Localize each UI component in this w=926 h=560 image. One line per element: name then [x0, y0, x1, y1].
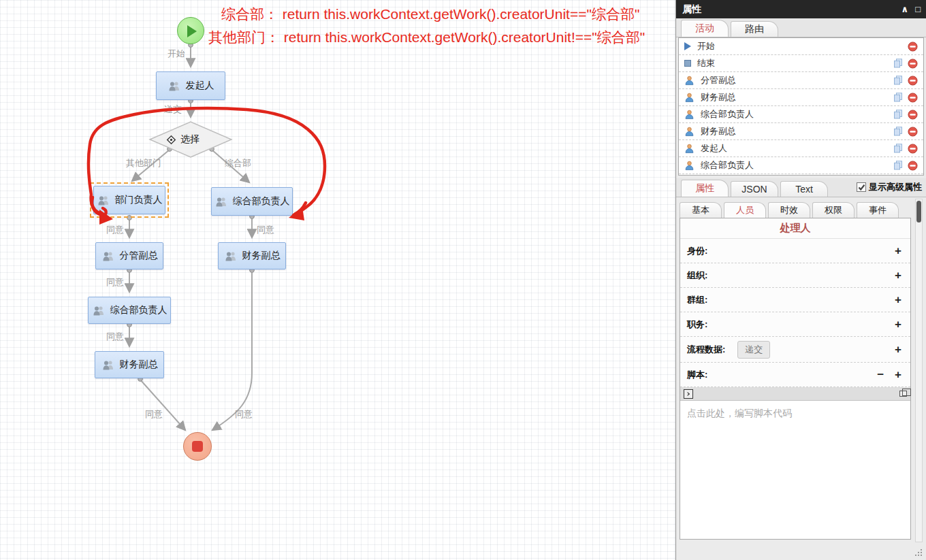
node-label: 部门负责人	[115, 194, 163, 206]
maximize-icon[interactable]: □	[915, 0, 921, 18]
copy-icon[interactable]	[893, 127, 903, 136]
scrollbar-thumb[interactable]	[916, 201, 921, 223]
subtab-timeliness[interactable]: 时效	[768, 202, 810, 218]
people-icon	[224, 251, 238, 261]
add-group-button[interactable]: +	[893, 294, 904, 306]
task-node-finance-deputy-left[interactable]: 财务副总	[95, 351, 164, 378]
add-organization-button[interactable]: +	[893, 269, 904, 281]
add-process-data-button[interactable]: +	[893, 344, 904, 355]
copy-icon[interactable]	[893, 59, 903, 68]
end-node[interactable]	[183, 432, 212, 461]
field-process-data: 流程数据: 递交 +	[680, 337, 910, 363]
tab-route[interactable]: 路由	[731, 21, 778, 37]
collapse-icon[interactable]: ∧	[901, 0, 909, 18]
annotation-condition-general: 综合部： return this.workContext.getWork().c…	[221, 5, 639, 24]
tab-activity[interactable]: 活动	[681, 20, 729, 37]
edge-label-agree[interactable]: 同意	[145, 408, 163, 421]
activity-row[interactable]: 财务副总	[679, 123, 923, 140]
node-label: 发起人	[186, 80, 214, 92]
task-node-deputy-gm[interactable]: 分管副总	[95, 242, 163, 269]
advanced-checkbox-label: 显示高级属性	[869, 181, 922, 193]
tab-properties[interactable]: 属性	[681, 180, 729, 197]
process-data-chip[interactable]: 递交	[737, 341, 770, 359]
people-icon	[101, 360, 115, 370]
node-label: 选择	[180, 133, 199, 146]
decision-node-choice[interactable]: 选择	[166, 133, 218, 146]
activity-list: 开始 结束 分管副总 财务副总 综合部负责人	[678, 37, 924, 176]
copy-icon[interactable]	[893, 76, 903, 85]
remove-icon[interactable]	[908, 161, 918, 171]
activity-row[interactable]: 财务副总	[679, 89, 923, 106]
script-editor[interactable]: 点击此处，编写脚本代码	[680, 401, 910, 539]
stop-icon	[192, 441, 203, 452]
advanced-checkbox[interactable]	[857, 182, 866, 192]
subtab-personnel[interactable]: 人员	[724, 202, 766, 218]
subtab-event[interactable]: 事件	[857, 202, 899, 218]
handler-card: 处理人 身份: + 组织: + 群组: + 职务:	[680, 218, 911, 540]
remove-icon[interactable]	[908, 76, 918, 86]
tab-text[interactable]: Text	[780, 181, 828, 197]
red-annotation-stroke	[0, 0, 675, 560]
remove-icon[interactable]	[908, 127, 918, 137]
activity-row[interactable]: 发起人	[679, 140, 923, 157]
panel-scrollbar[interactable]	[915, 199, 923, 542]
copy-icon[interactable]	[893, 93, 903, 102]
remove-icon[interactable]	[908, 144, 918, 154]
people-icon	[97, 195, 110, 205]
choice-icon	[166, 135, 176, 145]
person-icon	[684, 93, 694, 103]
task-node-dept-leader[interactable]: 部门负责人	[93, 186, 165, 214]
annotation-condition-other: 其他部门： return this.workContext.getWork().…	[208, 28, 645, 47]
activity-row[interactable]: 综合部负责人	[679, 157, 923, 174]
show-advanced-option[interactable]: 显示高级属性	[857, 181, 922, 193]
task-node-general-dept-leader-left[interactable]: 综合部负责人	[88, 297, 171, 324]
route-label-general-dept[interactable]: 综合部	[225, 157, 251, 169]
copy-icon[interactable]	[893, 144, 903, 153]
person-icon	[684, 110, 694, 120]
resize-grip[interactable]	[914, 548, 923, 557]
person-icon	[684, 76, 694, 86]
tab-json[interactable]: JSON	[731, 181, 778, 197]
node-label: 分管副总	[120, 250, 158, 262]
check-icon	[858, 184, 865, 191]
panel-title: 属性	[682, 3, 701, 14]
task-node-finance-deputy-right[interactable]: 财务副总	[218, 242, 286, 269]
field-organization: 组织: +	[680, 263, 910, 288]
activity-row[interactable]: 综合部负责人	[679, 106, 923, 123]
node-label: 财务副总	[120, 359, 158, 371]
run-script-icon[interactable]	[684, 389, 693, 399]
play-icon	[187, 25, 197, 37]
edge-label-agree[interactable]: 同意	[235, 408, 253, 421]
edge-label-agree[interactable]: 同意	[106, 331, 124, 343]
remove-icon[interactable]	[908, 110, 918, 120]
add-identity-button[interactable]: +	[893, 245, 904, 257]
copy-icon[interactable]	[893, 161, 903, 170]
subtab-basic[interactable]: 基本	[680, 202, 722, 218]
subtab-permission[interactable]: 权限	[812, 202, 855, 218]
panel-title-bar: 属性 ∧ □	[676, 0, 926, 18]
add-duty-button[interactable]: +	[893, 318, 904, 330]
copy-icon[interactable]	[893, 110, 903, 119]
remove-icon[interactable]	[908, 42, 918, 52]
remove-icon[interactable]	[908, 59, 918, 69]
task-node-initiator[interactable]: 发起人	[156, 71, 225, 100]
route-label-other-dept[interactable]: 其他部门	[126, 157, 161, 169]
node-label: 财务副总	[242, 250, 281, 262]
field-script: 脚本: − +	[680, 363, 910, 387]
remove-icon[interactable]	[908, 93, 918, 103]
edge-label-agree[interactable]: 同意	[257, 224, 274, 236]
start-node[interactable]	[177, 17, 204, 44]
task-node-general-dept-leader[interactable]: 综合部负责人	[211, 187, 293, 216]
people-icon	[167, 81, 181, 91]
handler-title: 处理人	[680, 218, 910, 239]
edge-label-agree[interactable]: 同意	[106, 276, 124, 289]
edge-label-submit[interactable]: 递交	[164, 103, 182, 116]
popout-editor-icon[interactable]	[899, 391, 907, 397]
activity-row-end[interactable]: 结束	[679, 55, 923, 72]
edge-label-agree[interactable]: 同意	[106, 224, 124, 236]
flow-canvas[interactable]: 开始 发起人 递交 选择 其他部门 综合部 部门负责人 综合部负责人 同意 同意…	[0, 0, 675, 560]
activity-row[interactable]: 分管副总	[679, 72, 923, 89]
add-script-button[interactable]: +	[893, 369, 904, 380]
remove-script-button[interactable]: −	[875, 369, 886, 380]
activity-row-start[interactable]: 开始	[679, 38, 923, 55]
